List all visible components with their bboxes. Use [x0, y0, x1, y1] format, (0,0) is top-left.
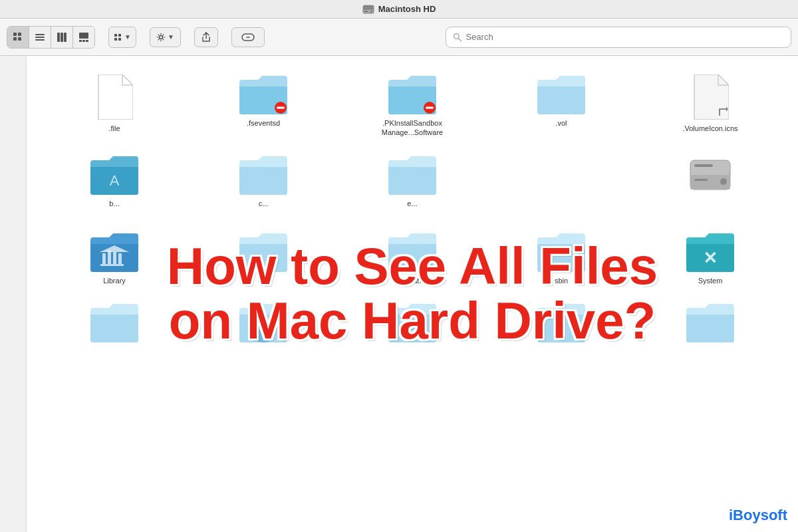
folder-r4e-icon — [686, 303, 734, 342]
list-item[interactable] — [40, 297, 189, 348]
svg-rect-3 — [364, 11, 368, 12]
svg-point-44 — [258, 317, 269, 328]
folder-r4c-icon — [388, 303, 436, 342]
svg-rect-12 — [61, 33, 63, 42]
folder-c-icon — [239, 155, 287, 195]
list-icon — [35, 32, 45, 43]
svg-rect-40 — [118, 253, 122, 264]
sidebar — [0, 56, 27, 532]
no-access-badge — [274, 101, 287, 114]
svg-rect-17 — [86, 40, 88, 42]
list-item[interactable]: e... — [338, 150, 487, 213]
file-name: c... — [259, 199, 269, 208]
svg-rect-7 — [18, 37, 21, 41]
folder-r4d-icon — [537, 303, 585, 342]
search-input[interactable] — [466, 32, 784, 42]
list-item[interactable]: private — [338, 227, 487, 291]
list-item[interactable]: Library — [40, 227, 189, 291]
group-icon — [114, 33, 123, 42]
list-item[interactable]: .VolumeIcon.icns — [636, 69, 785, 143]
svg-rect-18 — [114, 34, 117, 37]
title-bar: Macintosh HD — [0, 0, 798, 19]
list-view-button[interactable] — [29, 27, 51, 48]
svg-rect-34 — [694, 164, 713, 167]
svg-rect-14 — [79, 33, 88, 39]
folder-light-icon — [537, 74, 585, 114]
svg-marker-30 — [719, 106, 728, 116]
disk-image-icon — [688, 155, 733, 195]
list-item[interactable] — [636, 297, 785, 348]
file-name: .file — [108, 124, 120, 133]
list-item[interactable]: .file — [40, 69, 189, 143]
share-icon — [201, 32, 211, 43]
list-item[interactable]: A b... — [40, 150, 189, 213]
svg-rect-15 — [79, 40, 82, 42]
alias-arrow-icon — [718, 106, 729, 117]
svg-rect-5 — [18, 33, 21, 36]
list-item[interactable] — [338, 297, 487, 348]
settings-button[interactable]: ▼ — [150, 27, 181, 47]
toolbar: ▼ ▼ — [0, 19, 798, 56]
list-item[interactable] — [487, 297, 636, 348]
gallery-icon — [78, 32, 89, 43]
grid-view-button[interactable] — [7, 27, 29, 48]
folder-r4a-icon — [90, 303, 138, 342]
file-name: .VolumeIcon.icns — [682, 124, 737, 133]
svg-rect-21 — [118, 38, 121, 41]
file-grid-row3: Library opt private — [40, 227, 785, 291]
brand-name: Boysoft — [733, 507, 787, 523]
path-icon — [241, 32, 255, 43]
library-folder-icon — [90, 232, 138, 272]
file-name: .fseventsd — [247, 118, 280, 128]
path-button[interactable] — [231, 27, 265, 47]
list-item[interactable]: .vol — [487, 69, 636, 143]
folder-app-icon: A — [90, 155, 138, 195]
search-bar[interactable] — [446, 27, 791, 48]
search-icon — [453, 33, 462, 42]
file-name: e... — [407, 199, 417, 208]
document-icon — [96, 74, 133, 120]
svg-rect-41 — [100, 264, 124, 266]
list-item[interactable]: opt — [189, 227, 338, 291]
group-sort-group: ▼ — [108, 27, 136, 48]
column-view-button[interactable] — [51, 27, 73, 48]
opt-folder-icon — [239, 232, 287, 272]
list-item[interactable] — [189, 297, 338, 348]
svg-rect-27 — [277, 107, 285, 109]
svg-rect-19 — [118, 34, 121, 37]
column-icon — [57, 32, 67, 43]
svg-rect-9 — [35, 37, 45, 38]
list-item[interactable]: ✕ System — [636, 227, 785, 291]
list-item[interactable]: .fseventsd — [189, 69, 338, 143]
list-item[interactable]: sbin — [487, 227, 636, 291]
file-grid-row2: A b... c... e... — [40, 150, 785, 213]
file-name: opt — [258, 276, 268, 285]
file-name: private — [401, 276, 423, 285]
file-grid-row4 — [40, 297, 785, 348]
no-access-badge2 — [423, 101, 436, 114]
share-button[interactable] — [194, 27, 218, 47]
main-area: .file .fseventsd — [0, 56, 798, 532]
svg-text:✕: ✕ — [703, 248, 718, 268]
folder-user-icon — [239, 303, 287, 342]
svg-rect-6 — [13, 37, 17, 41]
list-item[interactable]: .PKInstallSandboxManage...Software — [338, 69, 487, 143]
view-group — [7, 26, 95, 49]
gallery-view-button[interactable] — [73, 27, 94, 48]
list-item[interactable]: c... — [189, 150, 338, 213]
svg-rect-13 — [64, 33, 66, 42]
group-button[interactable]: ▼ — [109, 27, 136, 47]
svg-rect-4 — [13, 33, 17, 36]
svg-point-45 — [254, 329, 273, 342]
file-name: .vol — [555, 118, 567, 128]
svg-rect-20 — [114, 38, 117, 41]
svg-rect-29 — [426, 107, 434, 109]
system-folder-icon: ✕ — [686, 232, 734, 272]
file-name: Library — [103, 276, 126, 285]
file-name: System — [698, 276, 723, 285]
list-item[interactable] — [636, 150, 785, 213]
svg-text:A: A — [110, 172, 120, 189]
file-area: .file .fseventsd — [27, 56, 798, 532]
grid-icon — [13, 32, 23, 43]
file-name: sbin — [555, 276, 568, 285]
